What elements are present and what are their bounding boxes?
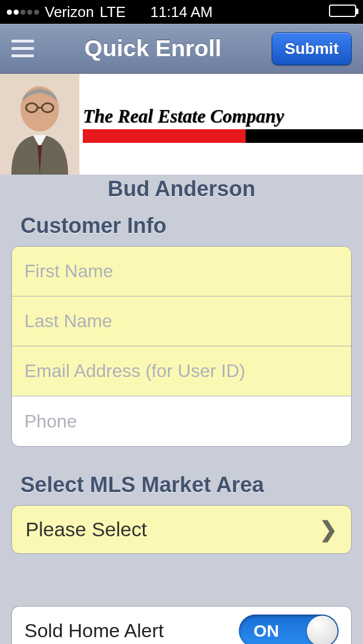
carrier-label: Verizon (45, 3, 94, 21)
customer-info-label: Customer Info (20, 214, 352, 238)
email-row[interactable] (12, 346, 351, 396)
agent-banner: The Real Estate Company (0, 74, 363, 175)
main-content: Bud Anderson Customer Info Select MLS Ma… (0, 177, 363, 644)
network-label: LTE (100, 3, 126, 21)
company-bar-icon (83, 129, 363, 143)
status-left: Verizon LTE (7, 3, 126, 21)
last-name-row[interactable] (12, 296, 351, 346)
menu-icon[interactable] (11, 40, 34, 57)
agent-name: Bud Anderson (11, 177, 352, 201)
first-name-row[interactable] (12, 247, 351, 296)
email-input[interactable] (24, 361, 339, 382)
company-logo: The Real Estate Company (79, 74, 363, 175)
agent-photo (0, 74, 79, 175)
phone-input[interactable] (24, 411, 339, 432)
sold-home-alert-toggle[interactable]: ON (239, 615, 339, 645)
last-name-input[interactable] (24, 311, 339, 332)
battery-icon (329, 3, 356, 21)
sold-home-alert-row: Sold Home Alert ON (11, 606, 352, 644)
mls-select[interactable]: Please Select ❯ (11, 505, 352, 554)
mls-selected-value: Please Select (26, 518, 147, 541)
phone-row[interactable] (12, 396, 351, 446)
status-bar: Verizon LTE 11:14 AM (0, 0, 363, 24)
signal-icon (7, 10, 39, 15)
sold-home-alert-label: Sold Home Alert (24, 620, 164, 642)
page-title: Quick Enroll (85, 35, 222, 62)
chevron-right-icon: ❯ (319, 517, 337, 542)
first-name-input[interactable] (24, 261, 339, 282)
status-time: 11:14 AM (150, 3, 213, 21)
toggle-on-label: ON (254, 621, 279, 641)
nav-bar: Quick Enroll Submit (0, 24, 363, 74)
customer-info-group (11, 246, 352, 447)
submit-button[interactable]: Submit (272, 32, 352, 65)
company-name: The Real Estate Company (83, 106, 363, 127)
toggle-knob-icon (307, 616, 337, 645)
mls-section-label: Select MLS Market Area (20, 473, 352, 497)
